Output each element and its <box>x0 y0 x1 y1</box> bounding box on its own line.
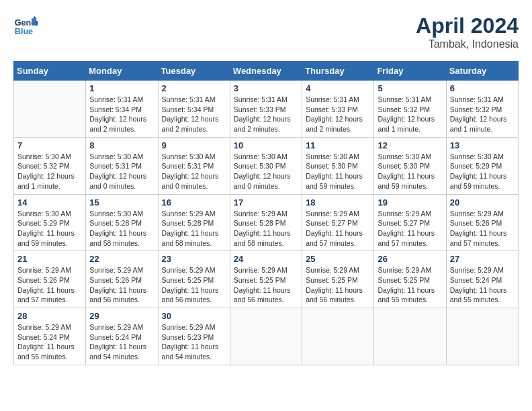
title-block: April 2024 Tambak, Indonesia <box>416 13 519 50</box>
day-number: 8 <box>89 140 154 150</box>
calendar-cell: 24Sunrise: 5:29 AMSunset: 5:25 PMDayligh… <box>230 251 302 308</box>
svg-text:Blue: Blue <box>15 27 33 36</box>
day-number: 19 <box>378 197 442 208</box>
day-info: Sunrise: 5:29 AMSunset: 5:26 PMDaylight:… <box>89 265 154 305</box>
calendar-cell: 1Sunrise: 5:31 AMSunset: 5:34 PMDaylight… <box>86 81 158 138</box>
day-number: 20 <box>450 197 515 208</box>
day-number: 16 <box>162 197 226 208</box>
day-number: 2 <box>162 83 226 93</box>
day-number: 18 <box>306 197 370 208</box>
day-info: Sunrise: 5:30 AMSunset: 5:30 PMDaylight:… <box>378 152 442 191</box>
calendar-cell <box>230 308 302 365</box>
day-info: Sunrise: 5:29 AMSunset: 5:27 PMDaylight:… <box>378 209 442 248</box>
day-info: Sunrise: 5:29 AMSunset: 5:25 PMDaylight:… <box>162 265 226 305</box>
calendar-cell: 20Sunrise: 5:29 AMSunset: 5:26 PMDayligh… <box>446 194 518 251</box>
day-number: 3 <box>234 83 298 93</box>
day-number: 23 <box>162 254 226 264</box>
calendar-week-row: 1Sunrise: 5:31 AMSunset: 5:34 PMDaylight… <box>14 81 519 138</box>
day-info: Sunrise: 5:29 AMSunset: 5:24 PMDaylight:… <box>17 322 82 362</box>
col-header-sunday: Sunday <box>14 62 86 81</box>
day-info: Sunrise: 5:29 AMSunset: 5:24 PMDaylight:… <box>450 265 515 305</box>
day-number: 14 <box>17 197 82 208</box>
day-info: Sunrise: 5:30 AMSunset: 5:32 PMDaylight:… <box>17 152 82 191</box>
day-number: 25 <box>306 254 370 264</box>
calendar-cell: 28Sunrise: 5:29 AMSunset: 5:24 PMDayligh… <box>14 308 86 365</box>
day-number: 11 <box>306 140 370 150</box>
day-number: 26 <box>378 254 442 264</box>
day-number: 4 <box>306 83 370 93</box>
day-number: 12 <box>378 140 442 150</box>
day-number: 1 <box>89 83 154 93</box>
day-info: Sunrise: 5:30 AMSunset: 5:29 PMDaylight:… <box>450 152 515 191</box>
day-info: Sunrise: 5:29 AMSunset: 5:25 PMDaylight:… <box>306 265 370 305</box>
calendar-cell: 19Sunrise: 5:29 AMSunset: 5:27 PMDayligh… <box>374 194 446 251</box>
calendar-cell: 25Sunrise: 5:29 AMSunset: 5:25 PMDayligh… <box>302 251 374 308</box>
day-info: Sunrise: 5:30 AMSunset: 5:29 PMDaylight:… <box>17 209 82 248</box>
day-number: 10 <box>234 140 298 150</box>
col-header-friday: Friday <box>374 62 446 81</box>
day-number: 24 <box>234 254 298 264</box>
day-info: Sunrise: 5:29 AMSunset: 5:28 PMDaylight:… <box>234 209 298 248</box>
calendar-cell: 8Sunrise: 5:30 AMSunset: 5:31 PMDaylight… <box>86 137 158 194</box>
day-number: 22 <box>89 254 154 264</box>
day-info: Sunrise: 5:29 AMSunset: 5:23 PMDaylight:… <box>162 322 226 362</box>
calendar-cell: 22Sunrise: 5:29 AMSunset: 5:26 PMDayligh… <box>86 251 158 308</box>
day-number: 15 <box>89 197 154 208</box>
day-info: Sunrise: 5:31 AMSunset: 5:34 PMDaylight:… <box>89 95 154 134</box>
day-number: 28 <box>17 311 82 321</box>
day-number: 17 <box>234 197 298 208</box>
day-info: Sunrise: 5:29 AMSunset: 5:24 PMDaylight:… <box>89 322 154 362</box>
page-header: General Blue April 2024 Tambak, Indonesi… <box>13 13 519 50</box>
day-info: Sunrise: 5:29 AMSunset: 5:28 PMDaylight:… <box>162 209 226 248</box>
calendar-cell: 4Sunrise: 5:31 AMSunset: 5:33 PMDaylight… <box>302 81 374 138</box>
calendar-week-row: 14Sunrise: 5:30 AMSunset: 5:29 PMDayligh… <box>14 194 519 251</box>
day-info: Sunrise: 5:29 AMSunset: 5:26 PMDaylight:… <box>450 209 515 248</box>
day-info: Sunrise: 5:29 AMSunset: 5:26 PMDaylight:… <box>17 265 82 305</box>
col-header-wednesday: Wednesday <box>230 62 302 81</box>
calendar-cell: 18Sunrise: 5:29 AMSunset: 5:27 PMDayligh… <box>302 194 374 251</box>
calendar-cell: 6Sunrise: 5:31 AMSunset: 5:32 PMDaylight… <box>446 81 518 138</box>
calendar-cell <box>302 308 374 365</box>
day-info: Sunrise: 5:30 AMSunset: 5:30 PMDaylight:… <box>234 152 298 191</box>
calendar-cell <box>14 81 86 138</box>
calendar-cell: 10Sunrise: 5:30 AMSunset: 5:30 PMDayligh… <box>230 137 302 194</box>
day-info: Sunrise: 5:30 AMSunset: 5:28 PMDaylight:… <box>89 209 154 248</box>
calendar-cell: 14Sunrise: 5:30 AMSunset: 5:29 PMDayligh… <box>14 194 86 251</box>
calendar-cell: 30Sunrise: 5:29 AMSunset: 5:23 PMDayligh… <box>158 308 230 365</box>
logo-icon: General Blue <box>13 13 38 38</box>
calendar-cell: 3Sunrise: 5:31 AMSunset: 5:33 PMDaylight… <box>230 81 302 138</box>
calendar-week-row: 7Sunrise: 5:30 AMSunset: 5:32 PMDaylight… <box>14 137 519 194</box>
col-header-saturday: Saturday <box>446 62 518 81</box>
location: Tambak, Indonesia <box>416 38 519 50</box>
day-info: Sunrise: 5:30 AMSunset: 5:31 PMDaylight:… <box>162 152 226 191</box>
calendar-cell: 2Sunrise: 5:31 AMSunset: 5:34 PMDaylight… <box>158 81 230 138</box>
calendar-table: SundayMondayTuesdayWednesdayThursdayFrid… <box>13 61 519 365</box>
day-info: Sunrise: 5:31 AMSunset: 5:33 PMDaylight:… <box>234 95 298 134</box>
day-info: Sunrise: 5:29 AMSunset: 5:27 PMDaylight:… <box>306 209 370 248</box>
calendar-cell: 21Sunrise: 5:29 AMSunset: 5:26 PMDayligh… <box>14 251 86 308</box>
day-number: 13 <box>450 140 515 150</box>
calendar-header-row: SundayMondayTuesdayWednesdayThursdayFrid… <box>14 62 519 81</box>
day-info: Sunrise: 5:31 AMSunset: 5:32 PMDaylight:… <box>378 95 442 134</box>
calendar-cell: 13Sunrise: 5:30 AMSunset: 5:29 PMDayligh… <box>446 137 518 194</box>
calendar-cell: 29Sunrise: 5:29 AMSunset: 5:24 PMDayligh… <box>86 308 158 365</box>
calendar-cell: 27Sunrise: 5:29 AMSunset: 5:24 PMDayligh… <box>446 251 518 308</box>
calendar-cell: 7Sunrise: 5:30 AMSunset: 5:32 PMDaylight… <box>14 137 86 194</box>
calendar-cell: 16Sunrise: 5:29 AMSunset: 5:28 PMDayligh… <box>158 194 230 251</box>
calendar-cell: 15Sunrise: 5:30 AMSunset: 5:28 PMDayligh… <box>86 194 158 251</box>
svg-marker-2 <box>32 18 36 26</box>
day-number: 6 <box>450 83 515 93</box>
day-number: 29 <box>89 311 154 321</box>
day-info: Sunrise: 5:30 AMSunset: 5:30 PMDaylight:… <box>306 152 370 191</box>
calendar-cell <box>446 308 518 365</box>
day-number: 7 <box>17 140 82 150</box>
calendar-cell: 23Sunrise: 5:29 AMSunset: 5:25 PMDayligh… <box>158 251 230 308</box>
col-header-thursday: Thursday <box>302 62 374 81</box>
day-info: Sunrise: 5:31 AMSunset: 5:34 PMDaylight:… <box>162 95 226 134</box>
logo: General Blue <box>13 13 38 38</box>
calendar-cell: 26Sunrise: 5:29 AMSunset: 5:25 PMDayligh… <box>374 251 446 308</box>
day-info: Sunrise: 5:31 AMSunset: 5:32 PMDaylight:… <box>450 95 515 134</box>
calendar-cell: 11Sunrise: 5:30 AMSunset: 5:30 PMDayligh… <box>302 137 374 194</box>
calendar-week-row: 28Sunrise: 5:29 AMSunset: 5:24 PMDayligh… <box>14 308 519 365</box>
day-info: Sunrise: 5:31 AMSunset: 5:33 PMDaylight:… <box>306 95 370 134</box>
